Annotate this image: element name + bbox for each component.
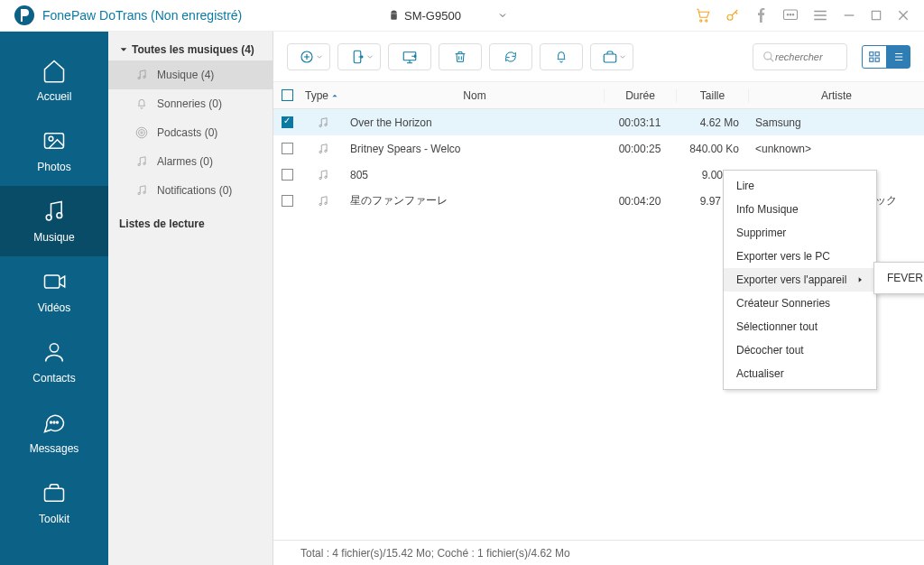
cell-artiste: <unknown> bbox=[748, 143, 924, 155]
nav-contacts[interactable]: Contacts bbox=[0, 327, 108, 397]
ctx-select-all[interactable]: Sélectionner tout bbox=[724, 315, 876, 338]
facebook-icon[interactable] bbox=[754, 8, 769, 23]
svg-point-14 bbox=[50, 344, 58, 352]
music-file-icon bbox=[317, 169, 329, 181]
menu-icon[interactable] bbox=[812, 7, 828, 23]
col-artiste[interactable]: Artiste bbox=[748, 89, 924, 102]
nav-toolkit[interactable]: Toolkit bbox=[0, 468, 108, 538]
svg-rect-8 bbox=[872, 11, 880, 19]
cat-alarms[interactable]: Alarmes (0) bbox=[108, 147, 273, 176]
row-checkbox[interactable] bbox=[282, 169, 293, 181]
cat-label: Podcasts (0) bbox=[157, 126, 217, 139]
svg-point-17 bbox=[57, 421, 59, 423]
status-bar: Total : 4 fichier(s)/15.42 Mo; Coché : 1… bbox=[273, 540, 924, 565]
home-icon bbox=[42, 58, 67, 83]
refresh-button[interactable] bbox=[489, 43, 532, 70]
col-nom[interactable]: Nom bbox=[346, 89, 604, 102]
plus-circle-icon bbox=[299, 49, 315, 65]
music-file-icon bbox=[317, 195, 329, 208]
context-menu: Lire Info Musique Supprimer Exporter ver… bbox=[723, 170, 877, 390]
playlists-header[interactable]: Listes de lecture bbox=[108, 205, 273, 243]
triangle-down-icon bbox=[119, 45, 128, 54]
context-submenu: FEVER bbox=[873, 262, 924, 294]
svg-rect-18 bbox=[45, 488, 64, 501]
toolbox-button[interactable] bbox=[590, 43, 633, 70]
svg-point-40 bbox=[325, 150, 327, 152]
svg-point-5 bbox=[787, 14, 789, 16]
svg-rect-35 bbox=[870, 58, 873, 61]
col-type[interactable]: Type bbox=[300, 89, 346, 102]
ringtone-button[interactable] bbox=[540, 43, 583, 70]
music-file-icon bbox=[317, 143, 329, 155]
submenu-device-fever[interactable]: FEVER bbox=[874, 266, 924, 290]
list-view-button[interactable] bbox=[886, 46, 910, 68]
minimize-icon[interactable] bbox=[842, 8, 856, 23]
toolbar bbox=[273, 32, 924, 82]
ctx-ringtone-maker[interactable]: Créateur Sonneries bbox=[724, 292, 876, 315]
svg-point-7 bbox=[792, 14, 794, 16]
ctx-delete[interactable]: Supprimer bbox=[724, 221, 876, 245]
nav-label: Accueil bbox=[37, 90, 72, 103]
svg-point-2 bbox=[706, 20, 707, 22]
ctx-export-device[interactable]: Exporter vers l'appareil bbox=[724, 268, 876, 292]
svg-point-19 bbox=[138, 77, 140, 79]
device-selector[interactable]: SM-G9500 bbox=[388, 9, 513, 23]
add-button[interactable] bbox=[287, 43, 330, 70]
ctx-export-pc[interactable]: Exporter vers le PC bbox=[724, 245, 876, 268]
ctx-deselect-all[interactable]: Décocher tout bbox=[724, 338, 876, 362]
feedback-icon[interactable] bbox=[782, 7, 799, 23]
close-icon[interactable] bbox=[896, 8, 910, 23]
music-small-icon bbox=[135, 69, 148, 81]
col-duree[interactable]: Durée bbox=[604, 89, 676, 102]
category-header[interactable]: Toutes les musiques (4) bbox=[108, 39, 273, 60]
ctx-refresh[interactable]: Actualiser bbox=[724, 362, 876, 385]
ctx-info[interactable]: Info Musique bbox=[724, 198, 876, 221]
category-header-label: Toutes les musiques (4) bbox=[132, 43, 254, 56]
svg-point-1 bbox=[700, 20, 702, 22]
cat-podcasts[interactable]: Podcasts (0) bbox=[108, 118, 273, 147]
nav-videos[interactable]: Vidéos bbox=[0, 256, 108, 327]
toolkit-icon bbox=[42, 480, 67, 505]
delete-button[interactable] bbox=[439, 43, 482, 70]
photos-icon bbox=[42, 128, 67, 153]
nav-messages[interactable]: Messages bbox=[0, 397, 108, 468]
cat-label: Musique (4) bbox=[157, 69, 214, 81]
svg-point-39 bbox=[319, 151, 321, 153]
cell-duree: 00:00:25 bbox=[604, 143, 676, 155]
phone-export-icon bbox=[349, 49, 365, 65]
export-pc-button[interactable] bbox=[388, 43, 431, 70]
nav-music[interactable]: Musique bbox=[0, 186, 108, 256]
search-box[interactable] bbox=[753, 43, 847, 70]
search-input[interactable] bbox=[775, 51, 829, 62]
nav-photos[interactable]: Photos bbox=[0, 116, 108, 186]
key-icon[interactable] bbox=[725, 7, 741, 23]
svg-point-41 bbox=[319, 177, 321, 179]
cell-duree: 00:04:20 bbox=[604, 195, 676, 208]
grid-view-button[interactable] bbox=[863, 46, 886, 68]
cat-label: Notifications (0) bbox=[157, 184, 232, 197]
svg-rect-36 bbox=[875, 58, 879, 61]
export-device-button[interactable] bbox=[337, 43, 381, 70]
svg-rect-33 bbox=[870, 51, 873, 55]
cat-notifications[interactable]: Notifications (0) bbox=[108, 176, 273, 205]
ctx-play[interactable]: Lire bbox=[724, 174, 876, 198]
content-area: Type Nom Durée Taille Artiste Over the H… bbox=[273, 32, 924, 565]
cat-label: Alarmes (0) bbox=[157, 155, 213, 168]
select-all-checkbox[interactable] bbox=[282, 89, 293, 101]
sort-asc-icon bbox=[331, 92, 338, 99]
col-taille[interactable]: Taille bbox=[676, 89, 748, 102]
row-checkbox[interactable] bbox=[282, 143, 293, 154]
cat-ringtones[interactable]: Sonneries (0) bbox=[108, 89, 273, 118]
row-checkbox[interactable] bbox=[282, 116, 293, 128]
cell-nom: 星のファンファーレ bbox=[346, 193, 604, 208]
table-row[interactable]: Britney Spears - Welco 00:00:25 840.00 K… bbox=[273, 135, 924, 162]
chevron-down-icon bbox=[497, 10, 508, 21]
nav-home[interactable]: Accueil bbox=[0, 45, 108, 116]
contacts-icon bbox=[42, 339, 67, 365]
row-checkbox[interactable] bbox=[282, 195, 293, 207]
table-row[interactable]: Over the Horizon 00:03:11 4.62 Mo Samsun… bbox=[273, 109, 924, 135]
videos-icon bbox=[42, 269, 67, 294]
cat-music[interactable]: Musique (4) bbox=[108, 60, 273, 89]
cart-icon[interactable] bbox=[695, 7, 711, 23]
maximize-icon[interactable] bbox=[870, 9, 882, 22]
